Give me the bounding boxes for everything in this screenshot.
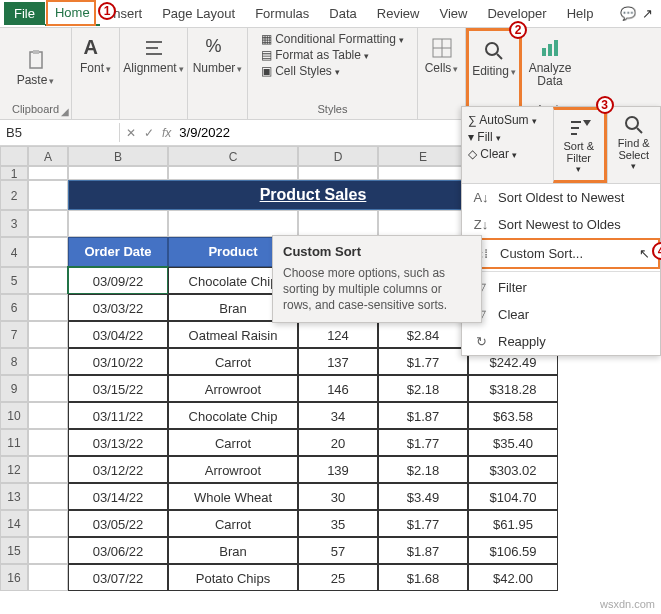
cancel-icon[interactable]: ✕: [126, 126, 136, 140]
editing-button[interactable]: Editing: [466, 35, 522, 82]
conditional-formatting-button[interactable]: ▦ Conditional Formatting ▾: [261, 32, 404, 46]
row-header[interactable]: 16: [0, 564, 28, 591]
row-header[interactable]: 1: [0, 166, 28, 180]
cell[interactable]: $106.59: [468, 537, 558, 564]
cell[interactable]: $318.28: [468, 375, 558, 402]
cell[interactable]: Oatmeal Raisin: [168, 321, 298, 348]
cell[interactable]: $1.77: [378, 348, 468, 375]
tab-data[interactable]: Data: [319, 2, 366, 25]
filter-item[interactable]: ▽Filter: [462, 274, 660, 301]
row-header[interactable]: 2: [0, 180, 28, 210]
fill-button[interactable]: ▾ Fill ▾: [468, 130, 547, 144]
cell[interactable]: 03/14/22: [68, 483, 168, 510]
cell[interactable]: 03/15/22: [68, 375, 168, 402]
cell[interactable]: Arrowroot: [168, 375, 298, 402]
name-box[interactable]: B5: [0, 123, 120, 142]
tab-view[interactable]: View: [429, 2, 477, 25]
row-header[interactable]: 11: [0, 429, 28, 456]
tab-formulas[interactable]: Formulas: [245, 2, 319, 25]
cell[interactable]: 34: [298, 402, 378, 429]
col-header[interactable]: B: [68, 146, 168, 166]
row-header[interactable]: 7: [0, 321, 28, 348]
sort-newest-oldest[interactable]: Z↓Sort Newest to Oldes: [462, 211, 660, 238]
row-header[interactable]: 14: [0, 510, 28, 537]
col-header[interactable]: D: [298, 146, 378, 166]
row-header[interactable]: 10: [0, 402, 28, 429]
cell[interactable]: 03/07/22: [68, 564, 168, 591]
row-header[interactable]: 6: [0, 294, 28, 321]
cell[interactable]: $42.00: [468, 564, 558, 591]
cell[interactable]: $35.40: [468, 429, 558, 456]
cell[interactable]: $63.58: [468, 402, 558, 429]
find-select-button[interactable]: Find & Select ▾: [607, 107, 660, 183]
cell-styles-button[interactable]: ▣ Cell Styles ▾: [261, 64, 404, 78]
tab-help[interactable]: Help: [557, 2, 604, 25]
cell[interactable]: $3.49: [378, 483, 468, 510]
cell[interactable]: Chocolate Chip: [168, 402, 298, 429]
cell[interactable]: 57: [298, 537, 378, 564]
row-header[interactable]: 12: [0, 456, 28, 483]
sort-filter-button[interactable]: 3 Sort & Filter ▾: [553, 107, 607, 183]
cell[interactable]: $1.77: [378, 429, 468, 456]
fx-icon[interactable]: fx: [162, 126, 171, 140]
tab-review[interactable]: Review: [367, 2, 430, 25]
launcher-icon[interactable]: ◢: [61, 106, 69, 117]
cell[interactable]: $61.95: [468, 510, 558, 537]
cell[interactable]: Bran: [168, 537, 298, 564]
format-as-table-button[interactable]: ▤ Format as Table ▾: [261, 48, 404, 62]
col-header[interactable]: C: [168, 146, 298, 166]
cell[interactable]: Arrowroot: [168, 456, 298, 483]
row-header[interactable]: 15: [0, 537, 28, 564]
cell[interactable]: $2.84: [378, 321, 468, 348]
cell[interactable]: 03/03/22: [68, 294, 168, 321]
row-header[interactable]: 8: [0, 348, 28, 375]
cell[interactable]: $1.87: [378, 402, 468, 429]
table-header-date[interactable]: Order Date: [68, 237, 168, 267]
enter-icon[interactable]: ✓: [144, 126, 154, 140]
cell[interactable]: $1.68: [378, 564, 468, 591]
paste-button[interactable]: Paste: [11, 44, 61, 91]
cell[interactable]: $104.70: [468, 483, 558, 510]
clear-button[interactable]: ◇ Clear ▾: [468, 147, 547, 161]
tab-home[interactable]: Home: [45, 1, 100, 26]
sort-oldest-newest[interactable]: A↓Sort Oldest to Newest: [462, 184, 660, 211]
select-all-corner[interactable]: [0, 146, 28, 166]
col-header[interactable]: E: [378, 146, 468, 166]
row-header[interactable]: 3: [0, 210, 28, 237]
font-button[interactable]: A Font: [74, 32, 117, 79]
col-header[interactable]: A: [28, 146, 68, 166]
cell[interactable]: 124: [298, 321, 378, 348]
cells-button[interactable]: Cells: [419, 32, 465, 79]
share-icon[interactable]: ↗: [642, 6, 653, 21]
cell[interactable]: $303.02: [468, 456, 558, 483]
cell[interactable]: Carrot: [168, 429, 298, 456]
cell[interactable]: $2.18: [378, 456, 468, 483]
cell[interactable]: Potato Chips: [168, 564, 298, 591]
comments-icon[interactable]: 💬: [620, 6, 636, 21]
cell[interactable]: 139: [298, 456, 378, 483]
cell[interactable]: 35: [298, 510, 378, 537]
cell[interactable]: 146: [298, 375, 378, 402]
formula-input[interactable]: [179, 125, 379, 140]
tab-file[interactable]: File: [4, 2, 45, 25]
alignment-button[interactable]: Alignment: [117, 32, 189, 79]
cell[interactable]: 03/13/22: [68, 429, 168, 456]
cell[interactable]: 03/04/22: [68, 321, 168, 348]
cell[interactable]: Carrot: [168, 348, 298, 375]
cell[interactable]: 03/12/22: [68, 456, 168, 483]
analyze-data-button[interactable]: Analyze Data: [523, 32, 578, 92]
custom-sort-item[interactable]: ↕⁞Custom Sort... ↖ 4: [462, 238, 660, 269]
row-header[interactable]: 5: [0, 267, 28, 294]
cell[interactable]: $1.77: [378, 510, 468, 537]
row-header[interactable]: 13: [0, 483, 28, 510]
tab-page-layout[interactable]: Page Layout: [152, 2, 245, 25]
row-header[interactable]: 9: [0, 375, 28, 402]
cell-active[interactable]: 03/09/22: [68, 267, 168, 294]
cell[interactable]: Whole Wheat: [168, 483, 298, 510]
cell[interactable]: 137: [298, 348, 378, 375]
cell[interactable]: Carrot: [168, 510, 298, 537]
cell[interactable]: 03/10/22: [68, 348, 168, 375]
cell[interactable]: $1.87: [378, 537, 468, 564]
cell[interactable]: 25: [298, 564, 378, 591]
cell[interactable]: 20: [298, 429, 378, 456]
